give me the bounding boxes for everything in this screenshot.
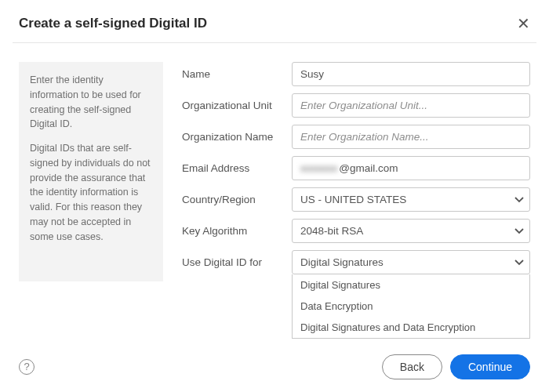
dialog-header: Create a self-signed Digital ID ✕ [0, 0, 549, 42]
key-algo-select[interactable]: 2048-bit RSA [292, 219, 530, 243]
form-panel: Name Organizational Unit Organization Na… [182, 62, 530, 281]
org-unit-label: Organizational Unit [182, 100, 292, 111]
form-row-org-name: Organization Name [182, 125, 530, 149]
org-name-label: Organization Name [182, 131, 292, 143]
email-input[interactable]: xxxxxxx@gmail.com [292, 156, 530, 180]
name-label: Name [182, 68, 292, 80]
use-for-option[interactable]: Digital Signatures [293, 274, 529, 296]
org-unit-input[interactable] [292, 93, 530, 118]
form-row-use-for: Use Digital ID for Digital Signatures Di… [182, 250, 530, 274]
dialog-title: Create a self-signed Digital ID [19, 16, 207, 31]
use-for-select[interactable]: Digital Signatures [292, 250, 530, 274]
use-for-option[interactable]: Data Encryption [293, 296, 529, 317]
dialog-footer: ? Back Continue [19, 354, 530, 379]
country-label: Country/Region [182, 194, 292, 205]
use-for-label: Use Digital ID for [182, 256, 292, 268]
country-select[interactable]: US - UNITED STATES [292, 187, 530, 212]
close-icon: ✕ [517, 15, 530, 32]
form-row-country: Country/Region US - UNITED STATES [182, 187, 530, 212]
header-divider [13, 42, 536, 43]
email-label: Email Address [182, 162, 292, 174]
info-panel: Enter the identity information to be use… [19, 62, 163, 281]
help-icon: ? [24, 361, 29, 372]
name-input[interactable] [292, 62, 530, 86]
back-button[interactable]: Back [382, 354, 442, 379]
use-for-dropdown: Digital Signatures Data Encryption Digit… [292, 274, 530, 339]
use-for-value: Digital Signatures [300, 256, 384, 268]
org-name-input[interactable] [292, 125, 530, 149]
form-row-org-unit: Organizational Unit [182, 93, 530, 118]
form-row-email: Email Address xxxxxxx@gmail.com [182, 156, 530, 180]
email-suffix: @gmail.com [339, 162, 398, 174]
email-obscured-prefix: xxxxxxx [300, 162, 337, 174]
country-value: US - UNITED STATES [300, 194, 406, 205]
help-button[interactable]: ? [19, 359, 35, 375]
footer-actions: Back Continue [382, 354, 530, 379]
close-button[interactable]: ✕ [517, 16, 530, 31]
form-row-key-algo: Key Algorithm 2048-bit RSA [182, 219, 530, 243]
key-algo-label: Key Algorithm [182, 225, 292, 237]
continue-button[interactable]: Continue [450, 354, 530, 379]
info-paragraph: Digital IDs that are self-signed by indi… [30, 141, 152, 244]
form-row-name: Name [182, 62, 530, 86]
dialog-body: Enter the identity information to be use… [0, 62, 549, 281]
use-for-option[interactable]: Digital Signatures and Data Encryption [293, 317, 529, 338]
info-paragraph: Enter the identity information to be use… [30, 73, 152, 132]
key-algo-value: 2048-bit RSA [300, 225, 363, 237]
